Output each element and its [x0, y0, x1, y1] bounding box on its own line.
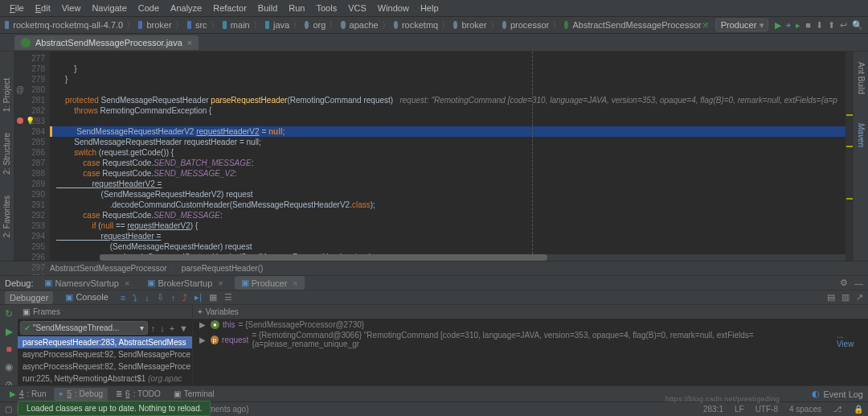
threads-icon[interactable]: ≡ — [121, 293, 125, 303]
search-everywhere-icon[interactable]: 🔍 — [852, 20, 863, 31]
coverage-icon[interactable]: ▸ — [796, 20, 800, 31]
drop-frame-icon[interactable]: ⤴ — [182, 293, 187, 303]
menu-analyze[interactable]: Analyze — [166, 2, 207, 14]
filter-icon[interactable]: ▼ — [178, 323, 190, 333]
stop-icon[interactable]: ■ — [805, 20, 811, 30]
close-icon[interactable]: × — [293, 278, 297, 288]
class-icon — [21, 38, 31, 47]
evaluate-icon[interactable]: ▦ — [209, 292, 217, 303]
indent-info[interactable]: 4 spaces — [789, 405, 821, 414]
debugger-subtab[interactable]: Debugger — [5, 291, 53, 304]
frame-row[interactable]: asyncProcessRequest:82, SendMessageProce — [18, 360, 192, 373]
menu-edit[interactable]: Edit — [31, 2, 55, 14]
package-icon — [502, 21, 506, 29]
variable-row[interactable]: ▶● this = {SendMessageProcessor@2730} — [193, 319, 868, 330]
menu-tools[interactable]: Tools — [311, 2, 342, 14]
project-breadcrumbs[interactable]: rocketmq-rocketmq-all-4.7.0〉 broker〉 src… — [5, 19, 702, 31]
event-log-tab[interactable]: ◐Event Log — [812, 389, 863, 399]
debug-icon[interactable]: ⌖ — [786, 20, 791, 31]
frame-row[interactable]: run:225, NettyRemotingAbstract$1 (org.ap… — [18, 373, 192, 385]
editor-crumbs[interactable]: AbstractSendMessageProcessor〉parseReques… — [0, 261, 868, 275]
frame-row[interactable]: parseRequestHeader:283, AbstractSendMess — [18, 336, 192, 348]
terminal-toolwindow-tab[interactable]: ▣ Terminal — [169, 388, 219, 400]
package-icon — [341, 21, 345, 29]
menu-window[interactable]: Window — [373, 2, 414, 14]
ant-build-tab[interactable]: Ant Build — [857, 60, 866, 97]
step-over-icon[interactable]: ⤵ — [133, 293, 137, 303]
menu-help[interactable]: Help — [416, 2, 444, 14]
editor-tab[interactable]: AbstractSendMessageProcessor.java × — [14, 35, 199, 50]
menu-refactor[interactable]: Refactor — [208, 2, 252, 14]
step-out-icon[interactable]: ↑ — [171, 293, 176, 303]
editor-gutter[interactable]: 277278279@280281282💡28328428528628728828… — [14, 51, 50, 261]
run-toolwindow-tab[interactable]: ▶4: Run — [5, 388, 51, 400]
layout-icon[interactable]: ▤ — [827, 292, 835, 303]
debug-toolwindow-tab[interactable]: ⌖5: Debug — [54, 388, 108, 401]
main-menu[interactable]: File Edit View Navigate Code Analyze Ref… — [0, 0, 868, 16]
menu-build[interactable]: Build — [253, 2, 282, 14]
git-branch[interactable]: ⎇ — [833, 405, 842, 414]
resume-icon[interactable]: ▶ — [6, 326, 13, 337]
debug-session-broker[interactable]: ▣BrokerStartup× — [141, 276, 229, 290]
variables-header: Variables — [206, 307, 239, 316]
caret-position[interactable]: 283:1 — [703, 405, 723, 414]
left-tool-stripe[interactable]: 1: Project 2: Structure 2: Favorites — [0, 51, 14, 261]
close-tab-icon[interactable]: × — [187, 38, 192, 47]
variable-row[interactable]: ▶p request = {RemotingCommand@3066} "Rem… — [193, 330, 868, 349]
error-stripe[interactable] — [845, 51, 854, 261]
build-icon[interactable]: ⤯ — [702, 20, 709, 31]
prev-frame-icon[interactable]: ↑ — [149, 323, 158, 333]
pin-icon[interactable]: ▥ — [841, 292, 850, 303]
force-step-into-icon[interactable]: ⇩ — [157, 292, 164, 303]
warning-marker[interactable] — [846, 114, 853, 116]
view-link[interactable]: ... View — [837, 331, 862, 348]
notification-balloon: Loaded classes are up to date. Nothing t… — [18, 401, 211, 416]
line-separator[interactable]: LF — [735, 405, 744, 414]
project-tool-tab[interactable]: 1: Project — [2, 76, 11, 114]
vcs-commit-icon[interactable]: ⬆ — [828, 20, 835, 31]
favorites-tool-tab[interactable]: 2: Favorites — [2, 193, 11, 240]
step-into-icon[interactable]: ↓ — [145, 293, 149, 303]
memory-indicator[interactable]: 🔒 — [854, 405, 863, 414]
editor-h-scrollbar[interactable] — [100, 254, 845, 261]
close-icon[interactable]: × — [125, 278, 129, 288]
console-subtab[interactable]: ▣ Console — [60, 290, 113, 304]
hide-icon[interactable]: — — [854, 278, 863, 288]
run-to-cursor-icon[interactable]: ▸| — [194, 292, 202, 303]
maven-tab[interactable]: Maven — [857, 121, 866, 150]
menu-file[interactable]: File — [5, 2, 29, 14]
editor-code[interactable]: } } protected SendMessageRequestHeader p… — [50, 51, 868, 261]
todo-toolwindow-tab[interactable]: ≣ 6: TODO — [111, 388, 166, 400]
frame-row[interactable]: asyncProcessRequest:92, SendMessageProce — [18, 348, 192, 360]
run-config-combo[interactable]: Producer — [715, 19, 769, 31]
warning-marker[interactable] — [846, 146, 853, 147]
menu-run[interactable]: Run — [284, 2, 309, 14]
scrollbar-thumb[interactable] — [100, 254, 547, 261]
menu-code[interactable]: Code — [133, 2, 164, 14]
trace-icon[interactable]: ☰ — [224, 292, 232, 303]
view-breakpoints-icon[interactable]: ◉ — [5, 361, 13, 373]
add-icon[interactable]: + — [168, 323, 176, 333]
rerun-icon[interactable]: ↻ — [5, 308, 13, 319]
menu-view[interactable]: View — [57, 2, 86, 14]
close-icon[interactable]: × — [218, 278, 223, 288]
menu-navigate[interactable]: Navigate — [87, 2, 131, 14]
variables-icon: + — [198, 307, 203, 316]
restore-icon[interactable]: ↗ — [856, 292, 863, 303]
run-icon[interactable]: ▶ — [775, 20, 781, 31]
toolbar-right: ⤯ Producer ▶ ⌖ ▸ ■ ⬇ ⬆ ↩ 🔍 — [702, 19, 863, 31]
warning-marker[interactable] — [846, 198, 853, 200]
debug-session-producer[interactable]: ▣Producer× — [235, 276, 305, 290]
right-tool-stripe[interactable]: Ant Build Maven — [854, 51, 868, 261]
file-encoding[interactable]: UTF-8 — [755, 405, 778, 414]
thread-selector[interactable]: ✔"SendMessageThread...▾ — [20, 321, 148, 335]
next-frame-icon[interactable]: ↓ — [158, 323, 166, 333]
history-icon[interactable]: ↩ — [840, 20, 847, 31]
menu-vcs[interactable]: VCS — [343, 2, 371, 14]
status-icon[interactable]: ▢ — [5, 405, 12, 414]
stop-icon[interactable]: ■ — [6, 344, 11, 355]
gear-icon[interactable]: ⚙ — [840, 278, 848, 288]
debug-session-namesrv[interactable]: ▣NamesrvStartup× — [38, 276, 136, 290]
vcs-update-icon[interactable]: ⬇ — [816, 20, 823, 31]
structure-tool-tab[interactable]: 2: Structure — [2, 130, 11, 177]
